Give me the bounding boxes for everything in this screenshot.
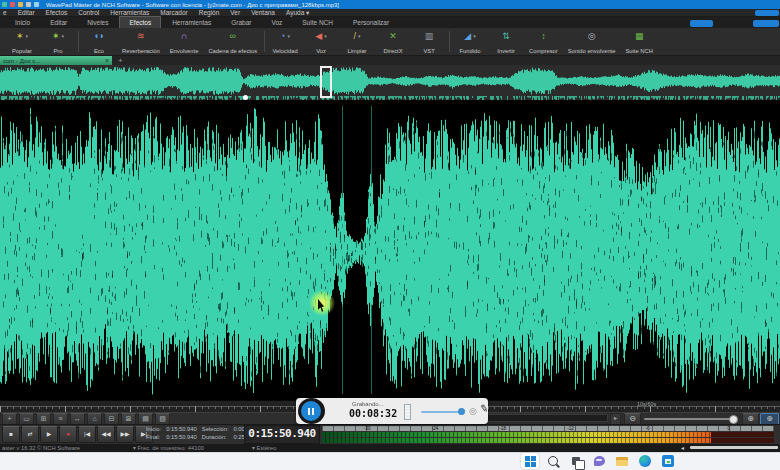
- ribbon-tab-row: InicioEditarNivelesEfectosHerramientasGr…: [0, 17, 780, 28]
- menu-item-3[interactable]: Control: [78, 9, 99, 16]
- channels-dropdown[interactable]: ▾ Estéreo: [252, 445, 277, 451]
- meter-tick-label: -24: [432, 426, 439, 431]
- search-button[interactable]: [544, 453, 562, 469]
- ribbon-tab-inicio[interactable]: Inicio: [6, 17, 39, 28]
- ribbon-button-label: Cadena de efectos: [208, 48, 257, 54]
- ribbon-button-suite-nch[interactable]: ▦Suite NCH: [620, 28, 657, 55]
- ribbon-tab-personalizar[interactable]: Personalizar: [344, 17, 398, 28]
- ribbon-button-invertir[interactable]: ⇅Invertir: [488, 28, 524, 55]
- chat-button[interactable]: [590, 453, 608, 469]
- monitor-icon[interactable]: ◎: [469, 405, 477, 417]
- menu-item-4[interactable]: Herramientas: [110, 9, 149, 16]
- wavepad-window: WavePad Máster de NCH Software - Softwar…: [0, 0, 780, 470]
- ribbon-button-vst[interactable]: ▥VST: [411, 28, 447, 55]
- title-bar: WavePad Máster de NCH Software - Softwar…: [0, 0, 780, 9]
- menu-item-6[interactable]: Región: [199, 9, 220, 16]
- directx-icon: ✕: [389, 31, 397, 42]
- loop-button[interactable]: ⇄: [21, 426, 39, 443]
- cleanup-brush-icon: /: [354, 31, 357, 42]
- ribbon-tab-herramientas[interactable]: Herramientas: [163, 17, 220, 28]
- zoom-slider-thumb[interactable]: [729, 415, 738, 424]
- menu-item-9[interactable]: Ayuda ▾: [286, 9, 309, 17]
- final-value: 0:15:50.940: [166, 434, 197, 441]
- menu-bar: eEditarEfectosControlHerramientasMarcado…: [0, 9, 780, 17]
- ribbon-button-reverberación[interactable]: ≋Reverberación: [117, 28, 165, 55]
- ribbon-tab-grabar[interactable]: Grabar: [222, 17, 260, 28]
- skip-start-button[interactable]: |◀: [78, 426, 96, 443]
- ribbon-toolbar: ✶▾Popular✶▾Pro◖◗Eco≋Reverberación∩Envolv…: [0, 28, 780, 56]
- ribbon-button-envolvente[interactable]: ∩Envolvente: [165, 28, 204, 55]
- stop-button[interactable]: ■: [2, 426, 20, 443]
- overlay-chip-3: [753, 20, 779, 27]
- menu-item-5[interactable]: Marcador: [160, 9, 187, 16]
- ribbon-button-velocidad[interactable]: ◔▾Velocidad: [267, 28, 303, 55]
- ribbon-button-label: Limpiar: [348, 48, 367, 54]
- pause-recording-button[interactable]: [301, 401, 321, 421]
- ribbon-tab-niveles[interactable]: Niveles: [78, 17, 117, 28]
- meter-tick-label: -6: [645, 426, 649, 431]
- ribbon-button-voz[interactable]: ◀▾Voz: [303, 28, 339, 55]
- window-title: WavePad Máster de NCH Software - Softwar…: [46, 2, 339, 8]
- ribbon-button-sonido-envolvente[interactable]: ◎Sonido envolvente: [563, 28, 621, 55]
- ribbon-tab-suite-nch[interactable]: Suite NCH: [293, 17, 342, 28]
- version-text: áster v 16.32 © NCH Software: [2, 445, 80, 451]
- current-time-display: 0:15:50.940: [244, 425, 320, 444]
- menu-item-2[interactable]: Efectos: [46, 9, 68, 16]
- recording-volume-thumb[interactable]: [458, 408, 465, 415]
- ribbon-button-label: VST: [423, 48, 434, 54]
- ribbon-button-compresor[interactable]: ↕Compresor: [524, 28, 563, 55]
- fast-forward-button[interactable]: ▶▶: [116, 426, 134, 443]
- sample-rate-dropdown[interactable]: ▾ Frec. de muestreo: 44100: [133, 445, 204, 451]
- play-button[interactable]: ▶: [40, 426, 58, 443]
- invert-icon: ⇅: [502, 31, 510, 42]
- ribbon-button-limpiar[interactable]: /▾Limpiar: [339, 28, 375, 55]
- menu-item-7[interactable]: Ver: [230, 9, 240, 16]
- ribbon-tab-efectos[interactable]: Efectos: [119, 16, 161, 28]
- store-button[interactable]: [659, 453, 677, 469]
- view-window-indicator[interactable]: [320, 66, 332, 98]
- folder-icon: [18, 2, 23, 7]
- fade-icon: ◢: [464, 31, 471, 42]
- recording-volume-slider[interactable]: [421, 411, 463, 413]
- ribbon-button-popular[interactable]: ✶▾Popular: [4, 28, 40, 55]
- record-button[interactable]: ●: [59, 426, 77, 443]
- task-view-button[interactable]: [567, 453, 585, 469]
- ribbon-button-fundido[interactable]: ◢▾Fundido: [452, 28, 488, 55]
- transport-controls: ■⇄▶●|◀◀◀▶▶▶|: [2, 426, 153, 443]
- menu-item-8[interactable]: Ventana: [251, 9, 275, 16]
- document-tab-strip: com - Дои с... × +: [0, 56, 780, 65]
- overview-waveform[interactable]: [0, 65, 780, 100]
- speed-gauge-icon: ◔: [280, 31, 285, 42]
- ribbon-tab-voz[interactable]: Voz: [262, 17, 291, 28]
- meter-tick-label: -12: [567, 426, 574, 431]
- mini-scroll-arrow[interactable]: ◂: [681, 444, 684, 451]
- dropdown-arrow-icon: ▾: [288, 31, 291, 42]
- edge-icon: [639, 455, 651, 467]
- dropdown-arrow-icon: ▾: [324, 31, 327, 42]
- menu-item-1[interactable]: Editar: [18, 9, 35, 16]
- start-button[interactable]: [521, 453, 539, 469]
- close-tab-icon[interactable]: ×: [105, 57, 109, 64]
- inicio-value: 0:15:50.940: [166, 426, 197, 433]
- meter-tick-label: -18: [500, 426, 507, 431]
- recording-level-meter: [404, 404, 411, 420]
- ribbon-button-label: Velocidad: [272, 48, 297, 54]
- menu-item-0[interactable]: e: [3, 9, 7, 16]
- search-icon: [548, 456, 558, 466]
- rewind-button[interactable]: ◀◀: [97, 426, 115, 443]
- ribbon-button-pro[interactable]: ✶▾Pro: [40, 28, 76, 55]
- ribbon-tab-editar[interactable]: Editar: [41, 17, 76, 28]
- ribbon-button-label: Fundido: [460, 48, 481, 54]
- ribbon-button-cadena-de-efectos[interactable]: ∞Cadena de efectos: [203, 28, 262, 55]
- edge-button[interactable]: [636, 453, 654, 469]
- document-tab[interactable]: com - Дои с... ×: [0, 56, 112, 65]
- zoom-slider-track[interactable]: [644, 418, 736, 420]
- file-explorer-button[interactable]: [613, 453, 631, 469]
- ribbon-button-eco[interactable]: ◖◗Eco: [81, 28, 117, 55]
- ribbon-button-directx[interactable]: ✕DirectX: [375, 28, 411, 55]
- mini-scrollbar[interactable]: [690, 446, 778, 449]
- main-waveform[interactable]: [0, 100, 780, 400]
- echo-waves-icon: ◖◗: [94, 31, 105, 42]
- new-tab-icon[interactable]: +: [118, 57, 123, 65]
- voice-megaphone-icon: ◀: [315, 31, 322, 42]
